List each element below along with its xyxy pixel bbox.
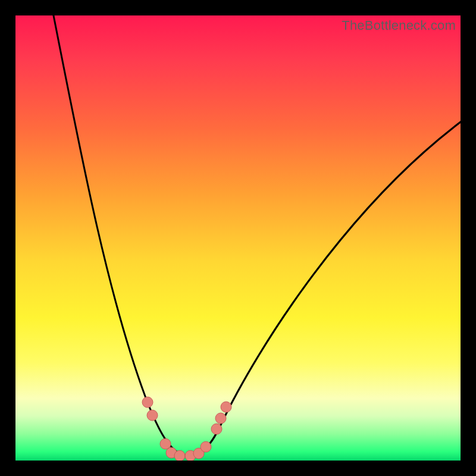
data-bead (142, 397, 153, 408)
data-bead (211, 424, 222, 434)
gradient-plot-area: TheBottleneck.com (15, 15, 461, 461)
data-bead (174, 450, 185, 461)
data-bead (215, 413, 226, 424)
data-bead (147, 410, 158, 421)
data-bead (221, 402, 231, 412)
beads-layer (15, 15, 461, 461)
watermark-text: TheBottleneck.com (342, 18, 456, 33)
data-bead (201, 441, 211, 452)
